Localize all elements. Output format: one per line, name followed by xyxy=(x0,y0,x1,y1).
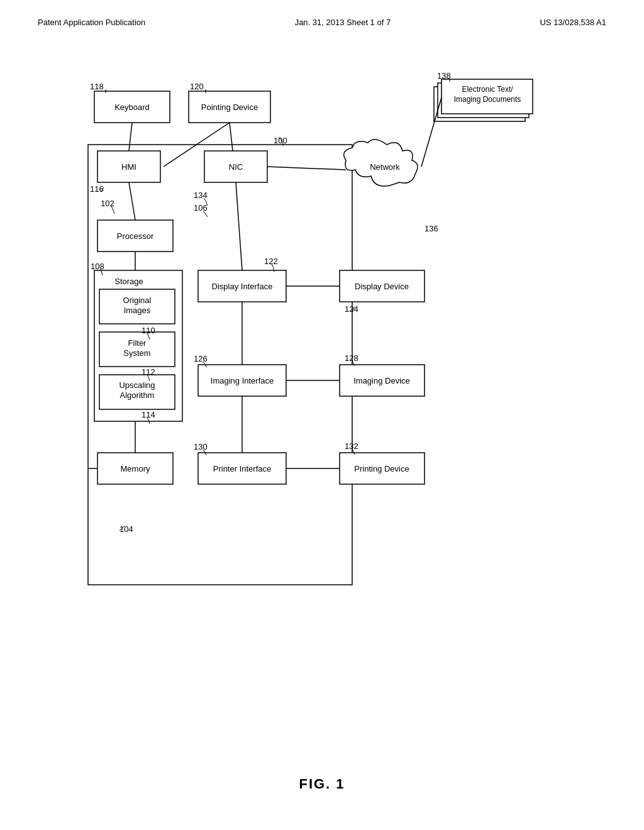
svg-text:Memory: Memory xyxy=(121,464,150,473)
svg-text:128: 128 xyxy=(345,353,358,363)
svg-text:NIC: NIC xyxy=(229,162,243,172)
diagram-area: Keyboard Pointing Device Electronic Text… xyxy=(38,75,604,692)
svg-text:Imaging Interface: Imaging Interface xyxy=(211,376,274,385)
svg-text:102: 102 xyxy=(101,199,114,208)
svg-text:132: 132 xyxy=(345,441,358,451)
svg-text:116: 116 xyxy=(90,184,104,194)
svg-text:100: 100 xyxy=(274,136,287,145)
svg-text:Filter: Filter xyxy=(128,338,147,348)
svg-text:126: 126 xyxy=(194,354,208,363)
figure-caption: FIG. 1 xyxy=(299,776,345,792)
header: Patent Application Publication Jan. 31, … xyxy=(0,0,644,27)
svg-text:136: 136 xyxy=(425,224,438,233)
svg-text:Imaging Device: Imaging Device xyxy=(353,376,410,385)
header-left: Patent Application Publication xyxy=(38,18,145,27)
svg-text:Display Device: Display Device xyxy=(355,282,409,291)
svg-text:130: 130 xyxy=(194,442,208,451)
svg-text:HMI: HMI xyxy=(121,162,136,172)
svg-text:Algorithm: Algorithm xyxy=(120,390,155,400)
svg-text:Printer Interface: Printer Interface xyxy=(213,464,272,473)
svg-text:Network: Network xyxy=(370,162,400,172)
svg-text:114: 114 xyxy=(142,410,155,419)
svg-text:Printing Device: Printing Device xyxy=(354,464,409,473)
svg-text:134: 134 xyxy=(194,191,208,200)
header-middle: Jan. 31, 2013 Sheet 1 of 7 xyxy=(295,18,391,27)
svg-text:120: 120 xyxy=(190,82,204,91)
svg-text:Pointing Device: Pointing Device xyxy=(201,102,258,112)
svg-text:Electronic Text/: Electronic Text/ xyxy=(462,85,513,94)
svg-text:Original: Original xyxy=(123,296,152,305)
svg-text:112: 112 xyxy=(142,367,155,377)
svg-text:Display Interface: Display Interface xyxy=(212,282,273,291)
page: Patent Application Publication Jan. 31, … xyxy=(0,0,644,830)
svg-text:System: System xyxy=(123,348,150,358)
svg-text:122: 122 xyxy=(264,257,278,266)
svg-text:110: 110 xyxy=(142,326,155,335)
svg-text:Processor: Processor xyxy=(117,231,154,241)
svg-text:Upscaling: Upscaling xyxy=(119,380,155,390)
svg-line-45 xyxy=(421,97,441,167)
svg-text:138: 138 xyxy=(437,71,451,80)
svg-text:108: 108 xyxy=(91,262,104,271)
svg-text:Images: Images xyxy=(124,306,151,315)
svg-text:124: 124 xyxy=(345,304,358,314)
svg-text:Storage: Storage xyxy=(114,277,143,286)
diagram-svg: Keyboard Pointing Device Electronic Text… xyxy=(38,75,604,692)
header-right: US 13/028,538 A1 xyxy=(540,18,606,27)
svg-text:106: 106 xyxy=(194,203,208,213)
svg-text:Imaging Documents: Imaging Documents xyxy=(454,95,521,104)
svg-text:Keyboard: Keyboard xyxy=(114,102,150,112)
svg-text:118: 118 xyxy=(90,82,104,91)
